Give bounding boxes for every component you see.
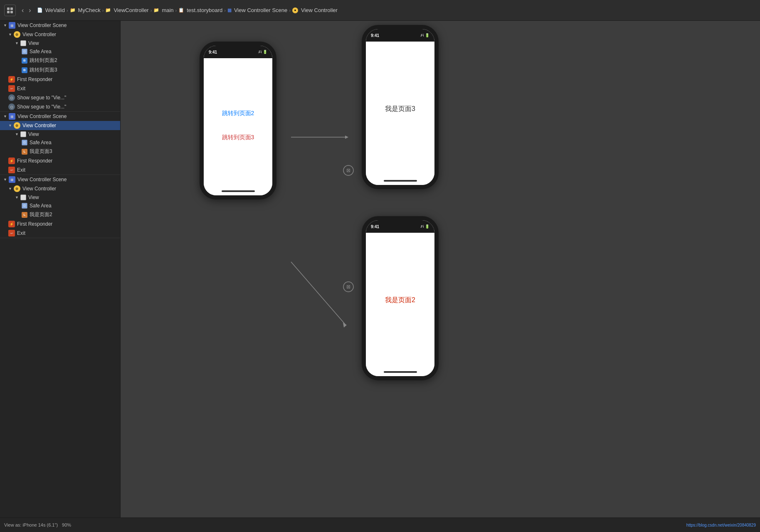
- iphone-screen-2: 我是页面3: [366, 42, 434, 177]
- breadcrumb-sep-4: ›: [175, 8, 177, 13]
- triangle-icon: ▼: [15, 41, 19, 45]
- exit-icon: ↩: [8, 85, 15, 92]
- sidebar: ▼ ▦ View Controller Scene ▼ ⚙ View Contr…: [0, 21, 121, 517]
- exit-icon: ↩: [8, 167, 15, 173]
- view-icon: [20, 195, 26, 200]
- scene-icon: ▦: [9, 176, 15, 183]
- bottom-zoom: 90%: [62, 522, 71, 527]
- view-icon: [20, 40, 26, 46]
- segue-icon: ⊙: [8, 103, 15, 110]
- scene2-view[interactable]: ▼ View: [0, 130, 120, 138]
- label-icon: L: [22, 149, 27, 155]
- scene2-header[interactable]: ▼ ▦ View Controller Scene: [0, 112, 120, 121]
- scene1-segue2[interactable]: ⊙ Show segue to "Vie...": [0, 102, 120, 111]
- bottom-link[interactable]: https://blog.csdn.net/weixin/20840829: [686, 523, 756, 527]
- safe-area-icon: ⊡: [22, 140, 27, 145]
- phone2-text: 我是页面3: [385, 105, 415, 113]
- breadcrumb-viewcontroller-folder[interactable]: 📁 ViewController: [105, 7, 148, 13]
- scene2-first-responder[interactable]: ⚡ First Responder: [0, 156, 120, 165]
- scene3-first-responder[interactable]: ⚡ First Responder: [0, 219, 120, 229]
- scene-icon: ▦: [9, 113, 15, 120]
- svg-rect-2: [7, 11, 10, 13]
- breadcrumb-vc[interactable]: ● View Controller: [292, 7, 338, 13]
- label-icon: L: [22, 212, 27, 218]
- triangle-icon: ▼: [3, 114, 7, 118]
- scene1-header[interactable]: ▼ ▦ View Controller Scene: [0, 21, 120, 30]
- scene1-btn1[interactable]: B 跳转到页面2: [0, 56, 120, 65]
- bottom-device-label: View as: iPhone 14s (6.1"): [4, 522, 58, 527]
- breadcrumb-wevalid[interactable]: 📄 WeValid: [37, 7, 65, 13]
- exit-icon: ↩: [8, 230, 15, 236]
- iphone-home-2: [366, 177, 434, 185]
- triangle-icon: ▼: [3, 177, 7, 182]
- breadcrumb-sep-6: ›: [289, 8, 291, 13]
- scene3-label[interactable]: L 我是页面2: [0, 210, 120, 219]
- svg-point-8: [343, 165, 353, 175]
- scene3-vc[interactable]: ▼ ⚙ View Controller: [0, 184, 120, 193]
- scene1-vc[interactable]: ▼ ⚙ View Controller: [0, 30, 120, 39]
- phone3-text: 我是页面2: [385, 296, 415, 305]
- home-indicator-1: [222, 190, 255, 192]
- btn-page3[interactable]: 跳转到页面3: [204, 134, 272, 141]
- scene1-safe-area[interactable]: ⊡ Safe Area: [0, 47, 120, 56]
- vc-icon: ⚙: [14, 122, 20, 129]
- btn-page2[interactable]: 跳转到页面2: [204, 110, 272, 117]
- svg-rect-0: [7, 7, 10, 10]
- iphone-screen-1: 跳转到页面2 跳转到页面3: [204, 58, 272, 187]
- iphone-time-1: 9:41: [209, 50, 217, 54]
- view-icon: [20, 131, 26, 137]
- scene1-segue1[interactable]: ⊙ Show segue to "Vie...": [0, 93, 120, 102]
- breadcrumb-sep-2: ›: [102, 8, 104, 13]
- scene-group-1: ▼ ▦ View Controller Scene ▼ ⚙ View Contr…: [0, 21, 120, 112]
- breadcrumb: 📄 WeValid › 📁 MyCheck › 📁 ViewController…: [37, 7, 338, 13]
- home-indicator-2: [384, 180, 417, 182]
- first-responder-icon: ⚡: [8, 221, 15, 227]
- scene2-exit[interactable]: ↩ Exit: [0, 165, 120, 175]
- first-responder-icon: ⚡: [8, 76, 15, 83]
- iphone-mock-1: View Controller 9:41 ▊▊ WiFi 🔋 跳转到页面2 跳转…: [200, 42, 276, 200]
- iphone-status-bar-3: 9:41 ▊▊ WiFi 🔋: [366, 220, 434, 233]
- vc-label-2: View Controller: [366, 25, 434, 26]
- scene1-first-responder[interactable]: ⚡ First Responder: [0, 75, 120, 84]
- nav-back-button[interactable]: ‹: [20, 6, 25, 15]
- scene-group-2: ▼ ▦ View Controller Scene ▼ ⚙ View Contr…: [0, 112, 120, 175]
- iphone-mock-3: View Controller 9:41 ▊▊ WiFi 🔋 我是页面2: [362, 216, 439, 380]
- svg-text:⊠: ⊠: [346, 284, 350, 290]
- scene2-label[interactable]: L 我是页面3: [0, 147, 120, 156]
- grid-menu-button[interactable]: [4, 5, 16, 16]
- breadcrumb-storyboard[interactable]: 📋 test.storyboard: [178, 7, 222, 13]
- scene1-btn2[interactable]: B 跳转到页面3: [0, 65, 120, 75]
- iphone-home-3: [366, 368, 434, 376]
- svg-rect-1: [10, 7, 13, 10]
- vc-icon: ⚙: [14, 31, 20, 38]
- nav-forward-button[interactable]: ›: [27, 6, 32, 15]
- safe-area-icon: ⊡: [22, 49, 27, 54]
- svg-text:⊠: ⊠: [346, 167, 350, 173]
- breadcrumb-main[interactable]: 📁 main: [153, 7, 173, 13]
- scene-icon: ▦: [9, 22, 15, 29]
- iphone-time-2: 9:41: [371, 33, 379, 38]
- scene2-vc[interactable]: ▼ ⚙ View Controller: [0, 121, 120, 130]
- iphone-notch-2: [380, 29, 421, 39]
- svg-marker-7: [343, 323, 347, 328]
- bottom-bar: View as: iPhone 14s (6.1") 90% https://b…: [0, 517, 760, 532]
- svg-line-6: [291, 262, 345, 324]
- first-responder-icon: ⚡: [8, 158, 15, 164]
- iphone-status-bar-2: 9:41 ▊▊ WiFi 🔋: [366, 29, 434, 42]
- scene3-header[interactable]: ▼ ▦ View Controller Scene: [0, 175, 120, 184]
- iphone-notch-1: [217, 46, 259, 56]
- scene-group-3: ▼ ▦ View Controller Scene ▼ ⚙ View Contr…: [0, 175, 120, 238]
- scene1-view[interactable]: ▼ View: [0, 39, 120, 47]
- breadcrumb-scene[interactable]: ▦ View Controller Scene: [227, 7, 287, 13]
- scene3-safe-area[interactable]: ⊡ Safe Area: [0, 202, 120, 210]
- scene3-exit[interactable]: ↩ Exit: [0, 229, 120, 238]
- triangle-icon: ▼: [8, 123, 12, 128]
- canvas[interactable]: ⊠ ⊠ View Controller 9:41 ▊▊ WiFi 🔋 跳转到页面…: [121, 21, 760, 517]
- breadcrumb-mycheck[interactable]: 📁 MyCheck: [70, 7, 101, 13]
- scene1-exit[interactable]: ↩ Exit: [0, 84, 120, 93]
- breadcrumb-sep-3: ›: [151, 8, 152, 13]
- scene2-safe-area[interactable]: ⊡ Safe Area: [0, 138, 120, 147]
- triangle-icon: ▼: [15, 132, 19, 136]
- triangle-icon: ▼: [8, 187, 12, 191]
- scene3-view[interactable]: ▼ View: [0, 193, 120, 202]
